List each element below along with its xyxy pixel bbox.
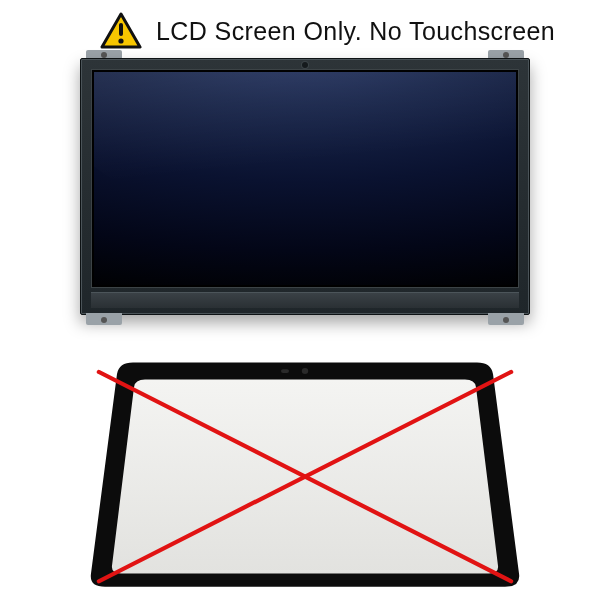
webcam-icon [302, 62, 308, 68]
screen-reflection [94, 72, 516, 251]
mounting-tab-icon [488, 313, 524, 325]
svg-rect-1 [119, 23, 123, 36]
svg-point-3 [302, 368, 308, 374]
header-row: LCD Screen Only. No Touchscreen [100, 12, 555, 50]
lcd-frame [91, 69, 519, 288]
lcd-bottom-chin [91, 292, 519, 308]
lcd-display-surface [94, 72, 516, 285]
touchscreen-glass [85, 353, 525, 591]
warning-triangle-icon [100, 12, 142, 50]
header-text: LCD Screen Only. No Touchscreen [156, 17, 555, 46]
mounting-tab-icon [86, 313, 122, 325]
touchscreen-illustration [85, 353, 525, 591]
lcd-screen-illustration [80, 58, 530, 315]
lcd-bezel [80, 58, 530, 315]
svg-point-2 [118, 38, 123, 43]
svg-rect-4 [281, 369, 289, 373]
